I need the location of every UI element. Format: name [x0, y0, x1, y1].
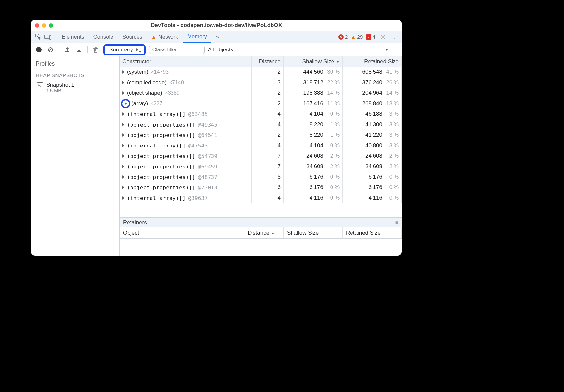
constructor-cell[interactable]: (object shape)×3389 [120, 88, 252, 98]
ret-col-distance-label: Distance [248, 230, 269, 236]
expand-toggle-icon[interactable] [122, 133, 124, 137]
warning-indicator[interactable]: ▲ 29 [351, 34, 363, 40]
view-selector[interactable]: Summary ▼ [103, 44, 146, 55]
expand-toggle-icon[interactable] [122, 154, 124, 158]
toolbar-separator [59, 46, 59, 53]
constructor-cell[interactable]: (compiled code)×7140 [120, 77, 252, 88]
object-scope-label: All objects [208, 47, 233, 53]
toolbar-separator [87, 46, 88, 53]
shallow-size-pct: 0 % [325, 184, 340, 191]
shallow-size-pct: 0 % [325, 195, 340, 201]
expand-toggle-icon[interactable] [122, 81, 124, 84]
heap-snapshot-view: Constructor Distance Shallow Size ▼ Reta… [120, 56, 402, 256]
export-icon[interactable] [63, 46, 71, 54]
retained-size-value: 376 240 [362, 79, 382, 86]
ret-col-retained[interactable]: Retained Size [343, 227, 402, 238]
issues-indicator[interactable]: • 4 [366, 34, 375, 40]
ret-col-distance[interactable]: Distance ▲ [244, 227, 284, 238]
constructor-cell[interactable]: (internal array)[]@63485 [120, 109, 252, 119]
tab-network[interactable]: ▲ Network [148, 31, 182, 43]
ret-col-shallow[interactable]: Shallow Size [284, 227, 343, 238]
shallow-size-cell: 4 1160 % [284, 193, 343, 203]
distance-cell: 3 [252, 77, 284, 88]
class-filter-input[interactable] [149, 46, 205, 54]
retained-size-cell: 608 54841 % [343, 67, 402, 77]
constructor-cell[interactable]: (object properties)[]@73013 [120, 182, 252, 193]
error-indicator[interactable]: ✕ 2 [338, 34, 348, 40]
constructor-cell[interactable]: (internal array)[]@39637 [120, 193, 252, 203]
instance-count: ×14793 [151, 69, 169, 75]
expand-toggle-icon[interactable] [122, 70, 124, 74]
retainers-title-bar: Retainers ≡ [120, 218, 402, 227]
col-shallow-size[interactable]: Shallow Size ▼ [284, 56, 343, 67]
import-icon[interactable] [75, 46, 83, 54]
constructor-name: (compiled code) [127, 79, 167, 86]
expand-toggle-icon[interactable] [122, 175, 124, 179]
constructor-name: (object properties)[] [127, 122, 195, 128]
shallow-size-pct: 22 % [325, 79, 340, 86]
distance-cell: 2 [252, 130, 284, 140]
kebab-menu-icon[interactable]: ⋮ [391, 33, 399, 41]
sort-desc-icon: ▼ [336, 60, 340, 64]
tab-console[interactable]: Console [90, 31, 117, 43]
retained-size-value: 268 840 [362, 100, 382, 107]
tab-memory[interactable]: Memory [183, 31, 211, 43]
minimize-window-button[interactable] [42, 23, 46, 28]
retained-size-pct: 14 % [384, 90, 399, 96]
tab-sources[interactable]: Sources [118, 31, 146, 43]
pane-menu-icon[interactable]: ≡ [395, 220, 398, 225]
constructor-cell[interactable]: (object properties)[]@48737 [120, 172, 252, 182]
constructor-cell[interactable]: (system)×14793 [120, 67, 252, 77]
shallow-size-pct: 30 % [325, 69, 340, 75]
object-id: @64541 [198, 132, 218, 138]
shallow-size-cell: 198 38814 % [284, 88, 343, 98]
clear-button[interactable] [46, 46, 55, 54]
zoom-window-button[interactable] [49, 23, 53, 28]
shallow-size-value: 24 608 [306, 153, 323, 159]
warning-icon: ▲ [151, 34, 156, 40]
constructor-cell[interactable]: (internal array)[]@47543 [120, 140, 252, 151]
expand-down-icon[interactable] [124, 103, 127, 105]
instance-count: ×3389 [165, 90, 180, 96]
retained-size-cell: 46 1883 % [343, 109, 402, 119]
shallow-size-cell: 24 6082 % [284, 161, 343, 172]
constructor-cell[interactable]: (array)×227 [120, 98, 252, 109]
distance-cell: 4 [252, 119, 284, 130]
close-window-button[interactable] [35, 23, 39, 28]
retained-size-pct: 3 % [384, 111, 399, 117]
constructor-cell[interactable]: (object properties)[]@49345 [120, 119, 252, 130]
distance-cell: 4 [252, 109, 284, 119]
expand-toggle-icon[interactable] [122, 165, 124, 168]
tab-overflow[interactable]: » [212, 31, 223, 43]
constructor-name: (internal array)[] [127, 195, 186, 201]
expand-toggle-icon[interactable] [122, 91, 124, 95]
shallow-size-value: 444 560 [303, 69, 323, 75]
col-distance[interactable]: Distance [252, 56, 284, 67]
expand-toggle-icon[interactable] [122, 186, 124, 189]
collect-garbage-icon[interactable] [91, 46, 100, 54]
constructor-cell[interactable]: (object properties)[]@54739 [120, 151, 252, 161]
expand-toggle-icon[interactable] [122, 196, 124, 200]
object-id: @69459 [198, 164, 218, 170]
expand-toggle-icon[interactable] [122, 112, 124, 116]
record-button[interactable] [34, 46, 43, 54]
col-constructor[interactable]: Constructor [120, 56, 252, 67]
shallow-size-cell: 8 2201 % [284, 119, 343, 130]
svg-rect-1 [45, 35, 49, 38]
shallow-size-value: 6 176 [309, 174, 323, 180]
col-retained-size[interactable]: Retained Size [343, 56, 402, 67]
snapshot-item[interactable]: Snapshot 1 1.5 MB [31, 80, 119, 95]
device-toolbar-icon[interactable] [44, 33, 52, 41]
expand-toggle-highlighted[interactable] [121, 99, 130, 108]
tab-elements[interactable]: Elements [58, 31, 88, 43]
expand-toggle-icon[interactable] [122, 144, 124, 147]
expand-toggle-icon[interactable] [122, 123, 124, 126]
ret-col-object[interactable]: Object [120, 227, 244, 238]
constructor-cell[interactable]: (object properties)[]@69459 [120, 161, 252, 172]
inspect-element-icon[interactable] [34, 33, 42, 41]
settings-icon[interactable] [379, 33, 387, 41]
error-icon: ✕ [338, 34, 344, 40]
retained-size-pct: 3 % [384, 132, 399, 138]
object-scope-selector[interactable]: All objects ▼ [208, 47, 398, 53]
constructor-cell[interactable]: (object properties)[]@64541 [120, 130, 252, 140]
